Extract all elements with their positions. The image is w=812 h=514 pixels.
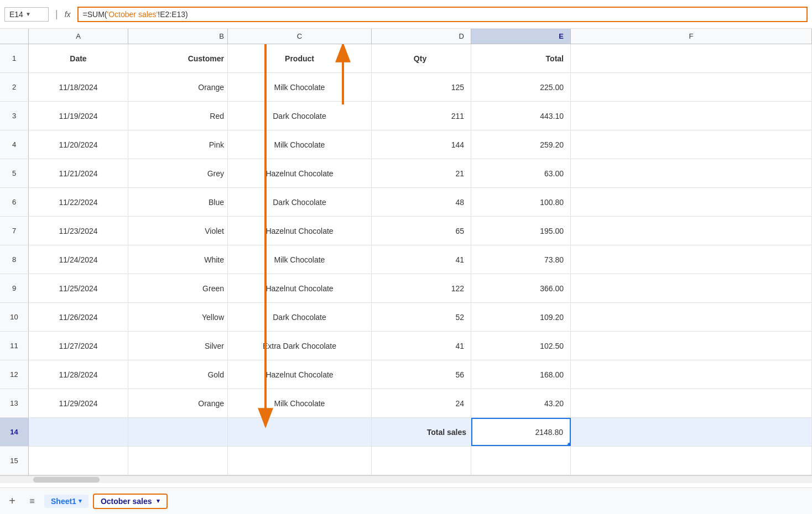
cell-e14-active[interactable]: 2148.80 (471, 418, 571, 446)
cell-c13[interactable]: Milk Chocolate (228, 389, 372, 417)
cell-a12[interactable]: 11/28/2024 (29, 360, 128, 389)
col-header-f[interactable]: F (571, 29, 812, 44)
cell-b12[interactable]: Gold (128, 360, 228, 389)
cell-d3[interactable]: 211 (372, 102, 471, 130)
cell-d7[interactable]: 65 (372, 217, 471, 245)
scrollbar-thumb[interactable] (33, 477, 100, 482)
cell-f10[interactable] (571, 303, 812, 331)
cell-e15[interactable] (471, 447, 571, 475)
cell-a5[interactable]: 11/21/2024 (29, 159, 128, 187)
cell-d14-total-label[interactable]: Total sales (372, 418, 471, 446)
cell-b8[interactable]: White (128, 245, 228, 274)
cell-f14[interactable] (571, 418, 812, 446)
cell-d13[interactable]: 24 (372, 389, 471, 417)
cell-a10[interactable]: 11/26/2024 (29, 303, 128, 331)
cell-e7[interactable]: 195.00 (471, 217, 571, 245)
cell-c8[interactable]: Milk Chocolate (228, 245, 372, 274)
cell-b11[interactable]: Silver (128, 332, 228, 360)
col-header-c[interactable]: C (228, 29, 372, 44)
cell-c7[interactable]: Hazelnut Chocolate (228, 217, 372, 245)
cell-a8[interactable]: 11/24/2024 (29, 245, 128, 274)
cell-a1[interactable]: Date (29, 44, 128, 72)
cell-c11[interactable]: Extra Dark Chocolate (228, 332, 372, 360)
horizontal-scrollbar[interactable] (0, 475, 812, 483)
cell-a13[interactable]: 11/29/2024 (29, 389, 128, 417)
cell-a7[interactable]: 11/23/2024 (29, 217, 128, 245)
cell-c5[interactable]: Hazelnut Chocolate (228, 159, 372, 187)
cell-b15[interactable] (128, 447, 228, 475)
cell-d8[interactable]: 41 (372, 245, 471, 274)
tab-october-sales[interactable]: October sales ▾ (93, 494, 168, 509)
cell-a4[interactable]: 11/20/2024 (29, 130, 128, 159)
cell-c9[interactable]: Hazelnut Chocolate (228, 274, 372, 302)
tab-sheet1[interactable]: Sheet1 ▾ (44, 495, 89, 508)
cell-a11[interactable]: 11/27/2024 (29, 332, 128, 360)
cell-f11[interactable] (571, 332, 812, 360)
cell-f5[interactable] (571, 159, 812, 187)
col-header-a[interactable]: A (29, 29, 128, 44)
cell-f9[interactable] (571, 274, 812, 302)
cell-c6[interactable]: Dark Chocolate (228, 188, 372, 216)
cell-b6[interactable]: Blue (128, 188, 228, 216)
cell-a2[interactable]: 11/18/2024 (29, 73, 128, 101)
cell-f15[interactable] (571, 447, 812, 475)
cell-e2[interactable]: 225.00 (471, 73, 571, 101)
cell-d9[interactable]: 122 (372, 274, 471, 302)
cell-e4[interactable]: 259.20 (471, 130, 571, 159)
cell-d11[interactable]: 41 (372, 332, 471, 360)
cell-e12[interactable]: 168.00 (471, 360, 571, 389)
cell-b7[interactable]: Violet (128, 217, 228, 245)
cell-b2[interactable]: Orange (128, 73, 228, 101)
cell-d10[interactable]: 52 (372, 303, 471, 331)
cell-f8[interactable] (571, 245, 812, 274)
fill-handle[interactable] (568, 443, 571, 446)
cell-b4[interactable]: Pink (128, 130, 228, 159)
cell-c10[interactable]: Dark Chocolate (228, 303, 372, 331)
col-header-d[interactable]: D (372, 29, 471, 44)
cell-reference-box[interactable]: E14 ▼ (4, 7, 49, 22)
cell-e9[interactable]: 366.00 (471, 274, 571, 302)
cell-e1[interactable]: Total (471, 44, 571, 72)
cell-c1[interactable]: Product (228, 44, 372, 72)
cell-b10[interactable]: Yellow (128, 303, 228, 331)
cell-f2[interactable] (571, 73, 812, 101)
cell-b9[interactable]: Green (128, 274, 228, 302)
cell-f3[interactable] (571, 102, 812, 130)
sheet-menu-button[interactable]: ≡ (24, 494, 40, 509)
cell-e11[interactable]: 102.50 (471, 332, 571, 360)
cell-d5[interactable]: 21 (372, 159, 471, 187)
cell-a14[interactable] (29, 418, 128, 446)
cell-d6[interactable]: 48 (372, 188, 471, 216)
cell-d1[interactable]: Qty (372, 44, 471, 72)
cell-b13[interactable]: Orange (128, 389, 228, 417)
cell-c12[interactable]: Hazelnut Chocolate (228, 360, 372, 389)
col-header-e[interactable]: E (471, 29, 571, 44)
cell-b3[interactable]: Red (128, 102, 228, 130)
cell-c3[interactable]: Dark Chocolate (228, 102, 372, 130)
cell-c4[interactable]: Milk Chocolate (228, 130, 372, 159)
cell-d4[interactable]: 144 (372, 130, 471, 159)
cell-f7[interactable] (571, 217, 812, 245)
cell-e3[interactable]: 443.10 (471, 102, 571, 130)
cell-e13[interactable]: 43.20 (471, 389, 571, 417)
cell-b14[interactable] (128, 418, 228, 446)
cell-e5[interactable]: 63.00 (471, 159, 571, 187)
cell-a9[interactable]: 11/25/2024 (29, 274, 128, 302)
cell-c15[interactable] (228, 447, 372, 475)
cell-d15[interactable] (372, 447, 471, 475)
cell-f4[interactable] (571, 130, 812, 159)
col-header-b[interactable]: B (128, 29, 228, 44)
cell-a15[interactable] (29, 447, 128, 475)
cell-e6[interactable]: 100.80 (471, 188, 571, 216)
cell-e10[interactable]: 109.20 (471, 303, 571, 331)
cell-a6[interactable]: 11/22/2024 (29, 188, 128, 216)
cell-f12[interactable] (571, 360, 812, 389)
cell-c14[interactable] (228, 418, 372, 446)
formula-input[interactable]: =SUM('October sales'!E2:E13) (77, 7, 808, 22)
cell-d2[interactable]: 125 (372, 73, 471, 101)
cell-e8[interactable]: 73.80 (471, 245, 571, 274)
cell-f1[interactable] (571, 44, 812, 72)
cell-a3[interactable]: 11/19/2024 (29, 102, 128, 130)
cell-c2[interactable]: Milk Chocolate (228, 73, 372, 101)
cell-b1[interactable]: Customer (128, 44, 228, 72)
